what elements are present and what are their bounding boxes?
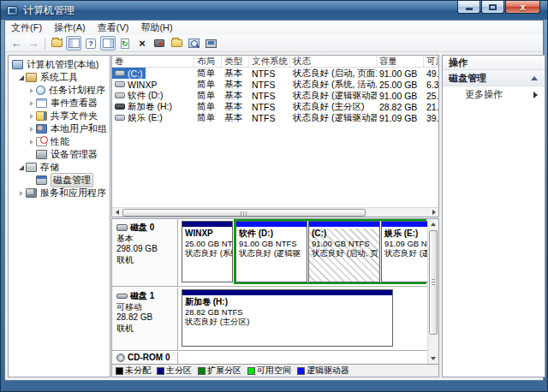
horizontal-scrollbar-thumb[interactable]: [122, 209, 366, 217]
volume-row-h[interactable]: 新加卷 (H:) 简单 基本 NTFS 状态良好 (主分区) 28.82 GB …: [112, 101, 438, 112]
column-layout[interactable]: 布局: [194, 56, 222, 67]
manage-computer-icon[interactable]: [203, 36, 218, 50]
disk-1-label[interactable]: 磁盘 1 可移动 28.82 GB 联机: [112, 288, 178, 350]
export-list-icon[interactable]: ↑: [49, 36, 64, 50]
maximize-icon: [489, 4, 497, 10]
tree-item-disk-management[interactable]: 磁盘管理: [9, 174, 110, 187]
expander-collapsed-icon[interactable]: [27, 88, 36, 93]
disk-0-partitions: WINXP 25.00 GB NTFS 状态良好 (系统, 软件 (D:): [180, 219, 427, 286]
menu-file[interactable]: 文件(F): [5, 21, 48, 35]
legend-primary-partition: 主分区: [157, 365, 192, 377]
volume-list-header: 卷 布局 类型 文件系统 状态 容量 可用空: [112, 56, 438, 68]
actions-group-disk-management[interactable]: 磁盘管理: [443, 70, 545, 86]
scroll-up-button[interactable]: [428, 219, 438, 229]
collapse-icon[interactable]: [531, 76, 538, 80]
refresh-icon[interactable]: ↻: [117, 36, 133, 50]
minimize-button[interactable]: [457, 1, 480, 14]
scroll-down-button[interactable]: [428, 353, 438, 364]
delete-icon[interactable]: ×: [134, 36, 150, 50]
title-bar: 计算机管理 x: [1, 1, 547, 20]
window-title: 计算机管理: [23, 3, 74, 18]
tree-item-local-users-groups[interactable]: 本地用户和组: [9, 122, 110, 135]
tree-item-computer-management[interactable]: 计算机管理(本地): [9, 58, 110, 71]
horizontal-scrollbar[interactable]: [112, 207, 438, 217]
tree-item-services-applications[interactable]: 服务和应用程序: [9, 187, 110, 199]
disk-graphic-pane: 磁盘 0 基本 298.09 GB 联机 WINXP 25.00 GB NTFS: [111, 218, 439, 377]
disk-icon: [116, 224, 128, 231]
menu-help[interactable]: 帮助(H): [134, 21, 178, 35]
vertical-scrollbar[interactable]: [427, 219, 438, 364]
cdrom-0-label[interactable]: CD-ROM 0 DVD (F:): [112, 352, 178, 364]
disk-0-label[interactable]: 磁盘 0 基本 298.09 GB 联机: [112, 219, 178, 286]
expander-expanded-icon[interactable]: [17, 75, 26, 80]
selected-volume-cell[interactable]: (C:): [112, 68, 146, 79]
expander-expanded-icon[interactable]: [17, 165, 26, 170]
find-icon[interactable]: [186, 36, 201, 50]
legend-color-swatch: [247, 367, 255, 375]
disk-management-icon: [36, 175, 47, 185]
menu-bar: 文件(F) 操作(A) 查看(V) 帮助(H): [5, 21, 543, 35]
tree-item-device-manager[interactable]: 设备管理器: [9, 148, 110, 161]
console-tree: 计算机管理(本地) 系统工具 任务计划程序: [9, 56, 110, 199]
expander-collapsed-icon[interactable]: [17, 191, 26, 196]
logical-drive-bar: [309, 222, 379, 228]
close-button[interactable]: x: [505, 1, 540, 14]
volume-row-c[interactable]: (C:) 简单 基本 NTFS 状态良好 (启动, 页面文件, 故障转储, 逻辑…: [112, 68, 438, 79]
drive-icon: [115, 115, 125, 121]
actions-header: 操作: [443, 56, 545, 70]
tree-item-task-scheduler[interactable]: 任务计划程序: [9, 84, 110, 97]
event-viewer-icon: [36, 98, 47, 108]
legend-extended-partition: 扩展分区: [198, 365, 241, 377]
tree-item-performance[interactable]: 性能: [9, 135, 110, 148]
column-type[interactable]: 类型: [222, 56, 249, 67]
tree-item-storage[interactable]: 存储: [9, 161, 110, 174]
column-volume[interactable]: 卷: [112, 56, 194, 67]
tree-item-system-tools[interactable]: 系统工具: [9, 71, 110, 84]
primary-partition-bar: [182, 222, 232, 228]
window-client-area: 文件(F) 操作(A) 查看(V) 帮助(H) ← → ↑ ? ↻ ×: [4, 20, 544, 381]
column-filesystem[interactable]: 文件系统: [249, 56, 290, 67]
forward-icon[interactable]: →: [26, 36, 41, 50]
scroll-right-button[interactable]: [429, 208, 438, 217]
maximize-button[interactable]: [481, 1, 504, 14]
partition-e[interactable]: 娱乐 (E:) 91.09 GB NTFS 状态良好 (逻辑驱: [381, 221, 428, 282]
device-manager-icon: [36, 150, 47, 159]
console-tree-pane: 计算机管理(本地) 系统工具 任务计划程序: [8, 55, 110, 377]
partition-winxp[interactable]: WINXP 25.00 GB NTFS 状态良好 (系统,: [182, 221, 233, 282]
partition-c-selected[interactable]: (C:) 91.00 GB NTFS 状态良好 (启动, 页: [308, 221, 380, 282]
volume-row-e[interactable]: 娱乐 (E:) 简单 基本 NTFS 状态良好 (逻辑驱动器) 91.09 GB…: [112, 112, 438, 123]
more-actions-item[interactable]: 更多操作: [443, 86, 545, 103]
show-action-pane-icon[interactable]: [100, 36, 116, 50]
drive-icon: [115, 70, 125, 76]
tree-item-shared-folders[interactable]: 共享文件夹: [9, 110, 110, 122]
menu-action[interactable]: 操作(A): [48, 21, 92, 35]
expander-collapsed-icon[interactable]: [27, 101, 36, 106]
menu-view[interactable]: 查看(V): [92, 21, 135, 35]
expander-collapsed-icon[interactable]: [27, 127, 36, 132]
scroll-left-button[interactable]: [112, 208, 122, 217]
storage-icon: [26, 163, 37, 172]
volume-row-winxp[interactable]: WINXP 简单 基本 NTFS 状态良好 (系统, 活动, 主分区) 25.0…: [112, 79, 438, 90]
back-icon[interactable]: ←: [9, 36, 24, 50]
primary-partition-bar: [182, 290, 392, 296]
partition-d[interactable]: 软件 (D:) 91.00 GB NTFS 状态良好 (逻辑驱: [235, 221, 307, 282]
volume-list-pane: 卷 布局 类型 文件系统 状态 容量 可用空 (C:) 简单 基本 NTFS 状…: [111, 55, 439, 217]
column-free-space[interactable]: 可用空: [424, 56, 438, 67]
help-icon[interactable]: ?: [83, 36, 98, 50]
performance-icon: [36, 137, 47, 146]
partition-h[interactable]: 新加卷 (H:) 28.82 GB NTFS 状态良好 (主分区): [182, 289, 393, 347]
open-folder-icon[interactable]: [169, 36, 184, 50]
show-console-tree-icon[interactable]: [66, 36, 81, 50]
tree-item-event-viewer[interactable]: 事件查看器: [9, 97, 110, 110]
volume-row-d[interactable]: 软件 (D:) 简单 基本 NTFS 状态良好 (逻辑驱动器) 91.00 GB…: [112, 90, 438, 101]
minimize-icon: [466, 8, 473, 10]
expander-collapsed-icon[interactable]: [27, 114, 36, 119]
properties-icon[interactable]: [152, 36, 167, 50]
column-capacity[interactable]: 容量: [377, 56, 424, 67]
expander-collapsed-icon[interactable]: [27, 140, 36, 145]
logical-drive-bar: [236, 222, 307, 228]
vertical-scrollbar-thumb[interactable]: [429, 230, 438, 335]
column-status[interactable]: 状态: [290, 56, 377, 67]
disk-1-row: 磁盘 1 可移动 28.82 GB 联机 新加卷 (H:) 28.82 GB N…: [112, 288, 427, 351]
computer-management-icon: [12, 60, 23, 69]
